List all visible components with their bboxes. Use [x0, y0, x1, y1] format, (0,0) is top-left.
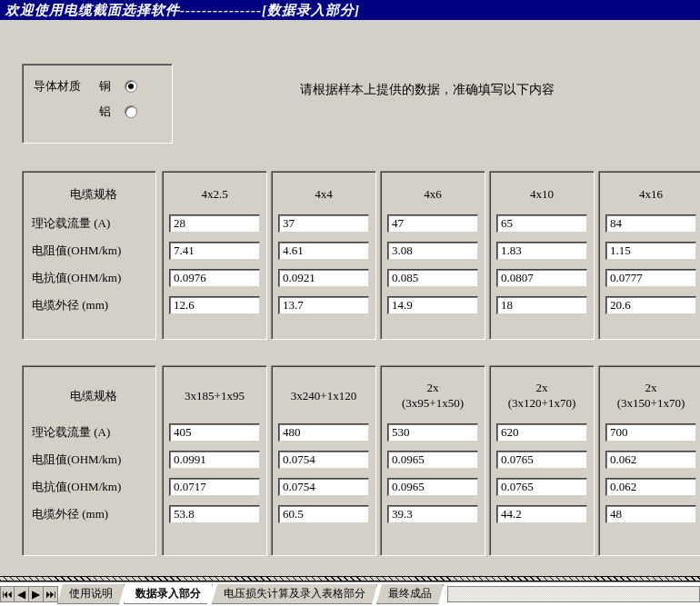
resistance-input[interactable]: [278, 451, 369, 469]
reactance-input[interactable]: [278, 478, 369, 496]
grid1-col-2: 4x6: [380, 171, 485, 340]
spec-header: 4x10: [530, 187, 554, 202]
radio-copper-label: 铜: [99, 78, 125, 94]
resistance-input[interactable]: [387, 242, 478, 260]
grid1-col-4: 4x16: [598, 171, 700, 340]
reactance-input[interactable]: [169, 478, 260, 496]
capacity-input[interactable]: [496, 214, 587, 233]
capacity-input[interactable]: [278, 423, 369, 442]
label-resistance: 电阻值(OHM/km): [23, 243, 121, 259]
resistance-input[interactable]: [169, 451, 260, 469]
title-bar: 欢迎使用电缆截面选择软件---------------[数据录入部分]: [0, 0, 700, 20]
grid1-col-3: 4x10: [489, 171, 595, 340]
reactance-input[interactable]: [278, 269, 369, 287]
diameter-input[interactable]: [496, 296, 587, 314]
resistance-input[interactable]: [605, 242, 696, 260]
radio-aluminum-label: 铝: [99, 104, 125, 120]
capacity-input[interactable]: [387, 423, 478, 442]
radio-aluminum[interactable]: [125, 105, 137, 118]
spec-header: 2x(3x95+1x50): [386, 373, 479, 419]
label-reactance-2: 电抗值(OHM/km): [23, 479, 121, 495]
resistance-input[interactable]: [496, 451, 587, 469]
capacity-input[interactable]: [605, 214, 696, 233]
grid2-col-2: 2x(3x95+1x50): [380, 365, 485, 556]
workspace: 导体材质 铜 铝 请根据样本上提供的数据，准确填写以下内容 电缆规格 理论载流量…: [0, 20, 700, 581]
radio-copper[interactable]: [125, 80, 137, 93]
capacity-input[interactable]: [169, 423, 260, 442]
diameter-input[interactable]: [169, 296, 260, 314]
reactance-input[interactable]: [169, 269, 260, 287]
grid2-col-1: 3x240+1x120: [271, 365, 376, 556]
capacity-input[interactable]: [496, 423, 587, 442]
label-diameter: 电缆外径 (mm): [23, 297, 108, 313]
diameter-input[interactable]: [496, 505, 587, 523]
diameter-input[interactable]: [387, 505, 478, 523]
diameter-input[interactable]: [278, 296, 369, 314]
instruction-text: 请根据样本上提供的数据，准确填写以下内容: [300, 82, 555, 98]
spec-header: 4x16: [639, 187, 663, 202]
grid2-col-4: 2x(3x150+1x70): [598, 365, 700, 556]
spec-header: 3x240+1x120: [277, 373, 370, 419]
label-diameter-2: 电缆外径 (mm): [23, 506, 108, 522]
diameter-input[interactable]: [605, 505, 696, 523]
material-panel: 导体材质 铜 铝: [22, 64, 173, 144]
resistance-input[interactable]: [496, 242, 587, 260]
grid1-col-0: 4x2.5: [162, 171, 267, 340]
resistance-input[interactable]: [605, 451, 696, 469]
resistance-input[interactable]: [278, 242, 369, 260]
reactance-input[interactable]: [387, 269, 478, 287]
spec-header: 4x6: [424, 187, 442, 202]
spec-header: 2x(3x120+1x70): [495, 373, 588, 419]
spec-header: 2x(3x150+1x70): [605, 373, 697, 419]
resistance-input[interactable]: [169, 242, 260, 260]
label-spec-2: 电缆规格: [61, 389, 117, 404]
diameter-input[interactable]: [605, 296, 696, 314]
spec-header: 3x185+1x95: [168, 373, 261, 419]
reactance-input[interactable]: [496, 478, 587, 496]
reactance-input[interactable]: [387, 478, 478, 496]
grid2-col-0: 3x185+1x95: [162, 365, 267, 556]
label-resistance-2: 电阻值(OHM/km): [23, 452, 121, 468]
grid2-labels-panel: 电缆规格 理论载流量 (A) 电阻值(OHM/km) 电抗值(OHM/km) 电…: [22, 365, 156, 556]
capacity-input[interactable]: [169, 214, 260, 233]
spec-header: 4x4: [315, 187, 333, 202]
grid1-col-1: 4x4: [271, 171, 376, 340]
diameter-input[interactable]: [278, 505, 369, 523]
grid1-labels-panel: 电缆规格 理论载流量 (A) 电阻值(OHM/km) 电抗值(OHM/km) 电…: [22, 171, 156, 340]
label-spec: 电缆规格: [61, 186, 117, 203]
reactance-input[interactable]: [605, 478, 696, 496]
label-capacity-2: 理论载流量 (A): [23, 424, 110, 441]
diameter-input[interactable]: [387, 296, 478, 314]
reactance-input[interactable]: [605, 269, 696, 287]
material-label: 导体材质: [34, 78, 99, 94]
resistance-input[interactable]: [387, 451, 478, 469]
label-capacity: 理论载流量 (A): [23, 215, 110, 232]
capacity-input[interactable]: [605, 423, 696, 442]
spec-header: 4x2.5: [201, 187, 227, 202]
label-reactance: 电抗值(OHM/km): [23, 270, 121, 286]
diameter-input[interactable]: [169, 505, 260, 523]
grid2-col-3: 2x(3x120+1x70): [489, 365, 595, 556]
reactance-input[interactable]: [496, 269, 587, 287]
capacity-input[interactable]: [278, 214, 369, 233]
capacity-input[interactable]: [387, 214, 478, 233]
